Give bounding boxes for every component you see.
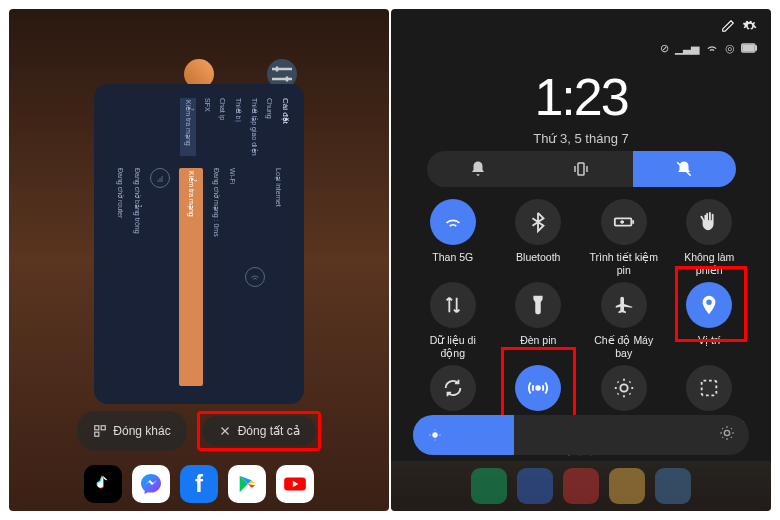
menu-item: Thiết lập giao diện: [250, 98, 258, 156]
svg-rect-1: [101, 426, 105, 430]
sun-low-icon: [427, 427, 443, 443]
label-delay2: Đang chờ bảng trông: [133, 168, 141, 386]
close-icon: [218, 424, 232, 438]
check-network-button[interactable]: Kiểm tra mạng: [179, 168, 203, 386]
svg-point-10: [620, 385, 627, 392]
flashlight-icon: [527, 294, 549, 316]
wifi-icon: [245, 267, 265, 287]
facebook-app-icon[interactable]: f: [180, 465, 218, 503]
silent-mode-button[interactable]: [633, 151, 736, 187]
clock-time: 1:23: [391, 67, 771, 127]
tile-label: Đèn pin: [520, 334, 556, 347]
screenshot-icon: [698, 377, 720, 399]
menu-item-network: Kiểm tra mạng: [180, 98, 196, 156]
tile-label: Than 5G: [432, 251, 473, 264]
background-dock-blur: [391, 461, 771, 511]
edit-icon[interactable]: [721, 19, 735, 33]
menu-item: Thiết bị: [234, 98, 242, 156]
svg-point-12: [432, 432, 437, 437]
grid-icon: [93, 424, 107, 438]
recent-app-card[interactable]: Cài đặt Chung Thiết lập giao diện Thiết …: [94, 84, 304, 404]
recent-app-title: Cài đặt: [281, 98, 290, 156]
dnd-tile[interactable]: Không làm phiền: [670, 199, 750, 276]
sun-high-icon: [719, 425, 735, 441]
highlight-close-all: Đóng tất cả: [197, 411, 321, 451]
signal-icon: [150, 168, 170, 188]
close-all-label: Đóng tất cả: [238, 424, 300, 438]
status-icons: ⊘ ▁▃▅ ◎: [660, 41, 757, 55]
bluetooth-icon: [527, 211, 549, 233]
airplane-icon: [613, 294, 635, 316]
brightness-slider[interactable]: [413, 415, 749, 455]
menu-item: SFX: [204, 98, 211, 156]
wifi-tile[interactable]: Than 5G: [413, 199, 493, 276]
menu-item: Chung: [266, 98, 273, 156]
tile-label: Dữ liệu di động: [417, 334, 489, 359]
svg-point-13: [724, 430, 729, 435]
tile-label: Trình tiết kiệm pin: [588, 251, 660, 276]
svg-rect-11: [702, 381, 717, 396]
signal-bars-icon: ▁▃▅: [675, 42, 699, 55]
tile-label: Bluetooth: [516, 251, 560, 264]
other-button-label: Đóng khác: [113, 424, 170, 438]
ring-mode-button[interactable]: [427, 151, 530, 187]
close-all-button[interactable]: Đóng tất cả: [202, 416, 316, 446]
messenger-app-icon[interactable]: [132, 465, 170, 503]
label-delay: Đang chờ mạng : 0ms: [212, 168, 220, 386]
sound-mode-selector[interactable]: [391, 151, 771, 187]
wifi-icon: [442, 211, 464, 233]
battery-icon: [741, 43, 757, 53]
hotspot-status-icon: ◎: [725, 42, 735, 55]
battery-saver-icon: [613, 211, 635, 233]
rotate-icon: [442, 377, 464, 399]
label-internet: Loại internet: [274, 168, 282, 386]
vibrate-icon: [572, 160, 590, 178]
vibrate-mode-button[interactable]: [530, 151, 633, 187]
bell-off-icon: [675, 160, 693, 178]
label-delay3: Đang chờ router: [116, 168, 124, 386]
tiktok-app-icon[interactable]: [84, 465, 122, 503]
label-wifi: Wi-Fi: [229, 168, 236, 386]
tile-label: Chế độ Máy bay: [588, 334, 660, 359]
bell-icon: [469, 160, 487, 178]
data-arrows-icon: [442, 294, 464, 316]
phone-screenshot-2: ⊘ ▁▃▅ ◎ 1:23 Thứ 3, 5 tháng 7 Than 5G Bl…: [391, 9, 771, 511]
clock-date: Thứ 3, 5 tháng 7: [391, 131, 771, 146]
play-store-app-icon[interactable]: [228, 465, 266, 503]
youtube-app-icon[interactable]: [276, 465, 314, 503]
settings-icon[interactable]: [743, 19, 757, 33]
battery-saver-tile[interactable]: Trình tiết kiệm pin: [584, 199, 664, 276]
bluetooth-tile[interactable]: Bluetooth: [499, 199, 579, 276]
status-bar: [721, 19, 757, 33]
dock: f: [9, 465, 389, 503]
wifi-status-icon: [705, 41, 719, 55]
svg-rect-2: [95, 432, 99, 436]
phone-screenshot-1: Cài đặt Chung Thiết lập giao diện Thiết …: [9, 9, 389, 511]
airplane-tile[interactable]: Chế độ Máy bay: [584, 282, 664, 359]
highlight-location: [675, 266, 747, 342]
no-signal-icon: ⊘: [660, 42, 669, 55]
other-button[interactable]: Đóng khác: [77, 411, 186, 451]
svg-rect-0: [95, 426, 99, 430]
mobile-data-tile[interactable]: Dữ liệu di động: [413, 282, 493, 359]
svg-rect-5: [756, 46, 757, 50]
brightness-icon: [613, 377, 635, 399]
menu-item: Chat ip: [219, 98, 226, 156]
svg-rect-7: [578, 163, 584, 175]
hand-icon: [698, 211, 720, 233]
svg-rect-6: [743, 45, 754, 50]
